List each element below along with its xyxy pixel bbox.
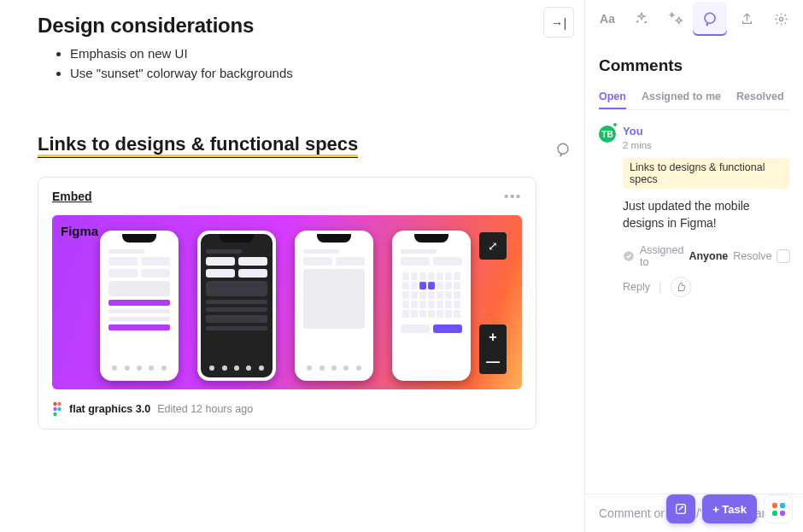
assigned-label: Assigned to: [640, 244, 683, 268]
figma-icon: [52, 401, 62, 417]
svg-point-9: [779, 17, 782, 20]
quick-note-button[interactable]: [666, 494, 695, 523]
zoom-controls: + —: [479, 324, 507, 374]
thumbs-up-button[interactable]: [671, 277, 691, 297]
comments-panel: Aa Comments Open Assigned to me Resolved…: [584, 0, 803, 532]
embed-footer: flat graphics 3.0 Edited 12 hours ago: [52, 401, 522, 417]
zoom-out-button[interactable]: —: [479, 349, 507, 374]
assigned-check-icon: [623, 250, 635, 262]
assigned-value[interactable]: Anyone: [689, 250, 728, 262]
resolve-label[interactable]: Resolve: [733, 250, 771, 262]
section-heading-links: Links to designs & functional specs: [38, 133, 358, 158]
comment-body: Just updated the mobile designs in Figma…: [623, 197, 789, 232]
share-icon[interactable]: [730, 2, 764, 36]
bullet-list: Emphasis on new UI Use "sunset" colorway…: [38, 46, 571, 80]
svg-point-4: [57, 407, 61, 411]
comment-time: 2 mins: [623, 140, 652, 150]
svg-point-5: [53, 412, 56, 416]
comments-icon[interactable]: [693, 2, 727, 36]
presence-dot: [613, 122, 618, 127]
apps-button[interactable]: [764, 494, 793, 523]
zoom-in-button[interactable]: +: [479, 324, 507, 349]
svg-point-8: [705, 13, 715, 23]
text-style-button[interactable]: Aa: [590, 2, 624, 36]
mock-phone-light-2: [295, 231, 373, 381]
tab-open[interactable]: Open: [599, 91, 626, 109]
svg-point-3: [53, 407, 56, 411]
figma-embed-canvas[interactable]: Figma: [52, 215, 522, 389]
figma-brand-label: Figma: [61, 224, 98, 238]
add-comment-icon[interactable]: [555, 142, 571, 157]
svg-point-2: [57, 402, 61, 406]
svg-point-7: [637, 21, 638, 22]
embed-title[interactable]: Embed: [52, 190, 92, 203]
embed-file-name[interactable]: flat graphics 3.0: [69, 403, 150, 415]
new-task-button[interactable]: + Task: [702, 494, 757, 523]
list-item: Emphasis on new UI: [70, 46, 571, 61]
list-item: Use "sunset" colorway for backgrounds: [70, 66, 571, 80]
comment-thread[interactable]: TB You 2 mins Links to designs & functio…: [599, 124, 789, 297]
svg-point-1: [53, 402, 56, 406]
svg-point-6: [645, 21, 646, 22]
svg-point-0: [558, 143, 568, 154]
comment-tabs: Open Assigned to me Resolved: [599, 91, 789, 110]
mock-phone-dark: [197, 231, 276, 381]
embed-menu-button[interactable]: •••: [504, 190, 522, 203]
comment-reference[interactable]: Links to designs & functional specs: [623, 158, 789, 189]
settings-icon[interactable]: [764, 2, 798, 36]
embed-edited-time: Edited 12 hours ago: [157, 403, 253, 415]
mock-phone-light-1: [100, 231, 179, 381]
reply-button[interactable]: Reply: [623, 281, 650, 293]
collapse-panel-button[interactable]: →|: [543, 7, 574, 38]
expand-icon[interactable]: ⤢: [479, 232, 507, 260]
avatar: TB: [599, 126, 616, 143]
section-heading-design: Design considerations: [38, 14, 571, 38]
embed-card: Embed ••• Figma: [38, 177, 536, 430]
panel-title: Comments: [599, 56, 789, 75]
tab-assigned[interactable]: Assigned to me: [642, 91, 721, 109]
sparkle-icon[interactable]: [659, 2, 693, 36]
tab-resolved[interactable]: Resolved: [736, 91, 784, 109]
resolve-checkbox[interactable]: [777, 249, 790, 263]
comment-author[interactable]: You: [623, 125, 643, 137]
bottom-action-bar: + Task: [666, 494, 793, 523]
side-toolbar: Aa: [585, 0, 803, 38]
mock-phone-calendar: [392, 231, 471, 381]
ai-icon[interactable]: [624, 2, 659, 36]
document-area: →| Design considerations Emphasis on new…: [0, 0, 584, 532]
